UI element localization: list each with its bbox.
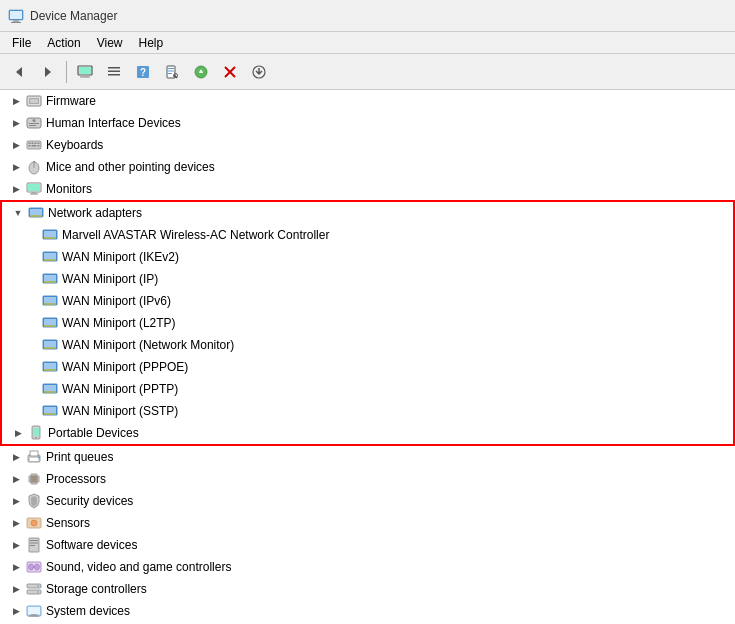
- svg-rect-102: [30, 545, 35, 546]
- tree-item-sound[interactable]: ▶ Sound, video and game controllers: [0, 556, 735, 578]
- hid-label: Human Interface Devices: [46, 116, 181, 130]
- tree-item-firmware[interactable]: ▶ Firmware: [0, 90, 735, 112]
- software-label: Software devices: [46, 538, 137, 552]
- wan-ip-label: WAN Miniport (IP): [62, 272, 158, 286]
- tree-item-wan-ip[interactable]: WAN Miniport (IP): [2, 268, 733, 290]
- print-label: Print queues: [46, 450, 113, 464]
- delete-button[interactable]: [217, 59, 243, 85]
- expand-software[interactable]: ▶: [8, 537, 24, 553]
- software-icon: [26, 537, 42, 553]
- computer-button[interactable]: [72, 59, 98, 85]
- list-button[interactable]: [101, 59, 127, 85]
- expand-storage[interactable]: ▶: [8, 581, 24, 597]
- tree-item-wan-ipv6[interactable]: WAN Miniport (IPv6): [2, 290, 733, 312]
- update-button[interactable]: [246, 59, 272, 85]
- tree-item-wan-ikev2[interactable]: WAN Miniport (IKEv2): [2, 246, 733, 268]
- back-button[interactable]: [6, 59, 32, 85]
- title-bar: Device Manager: [0, 0, 735, 32]
- expand-monitors[interactable]: ▶: [8, 181, 24, 197]
- svg-rect-34: [35, 143, 37, 145]
- expand-system[interactable]: ▶: [8, 603, 24, 619]
- sound-icon: [26, 559, 42, 575]
- scan-button[interactable]: [188, 59, 214, 85]
- expand-network[interactable]: ▼: [10, 205, 26, 221]
- wan-sstp-label: WAN Miniport (SSTP): [62, 404, 178, 418]
- svg-rect-7: [79, 67, 91, 74]
- svg-rect-36: [29, 145, 31, 147]
- tree-item-mice[interactable]: ▶ Mice and other pointing devices: [0, 156, 735, 178]
- tree-item-keyboards[interactable]: ▶ Keyboards: [0, 134, 735, 156]
- expand-security[interactable]: ▶: [8, 493, 24, 509]
- expand-mice[interactable]: ▶: [8, 159, 24, 175]
- svg-rect-71: [44, 385, 56, 391]
- menu-view[interactable]: View: [89, 34, 131, 52]
- svg-point-78: [35, 437, 37, 439]
- tree-item-sensors[interactable]: ▶ Sensors: [0, 512, 735, 534]
- tree-item-storage[interactable]: ▶ Storage controllers: [0, 578, 735, 600]
- keyboards-icon: [26, 137, 42, 153]
- tree-item-network[interactable]: ▼ Network adapters: [2, 202, 733, 224]
- network-label: Network adapters: [48, 206, 142, 220]
- system-icon: [26, 603, 42, 619]
- marvell-icon: [42, 227, 58, 243]
- tree-item-wan-l2tp[interactable]: WAN Miniport (L2TP): [2, 312, 733, 334]
- tree-item-monitors[interactable]: ▶ Monitors: [0, 178, 735, 200]
- expand-print[interactable]: ▶: [8, 449, 24, 465]
- wan-ipv6-icon: [42, 293, 58, 309]
- portable-icon: [28, 425, 44, 441]
- wan-ikev2-label: WAN Miniport (IKEv2): [62, 250, 179, 264]
- svg-rect-101: [30, 543, 38, 544]
- svg-rect-17: [168, 70, 174, 71]
- wan-l2tp-icon: [42, 315, 58, 331]
- tree-item-system[interactable]: ▶ System devices: [0, 600, 735, 622]
- svg-rect-44: [32, 192, 37, 194]
- svg-rect-10: [108, 67, 120, 69]
- sound-label: Sound, video and game controllers: [46, 560, 231, 574]
- svg-rect-80: [30, 451, 38, 456]
- tree-item-software[interactable]: ▶ Software devices: [0, 534, 735, 556]
- tree-item-marvell[interactable]: Marvell AVASTAR Wireless-AC Network Cont…: [2, 224, 733, 246]
- svg-rect-84: [31, 476, 37, 482]
- svg-marker-4: [16, 67, 22, 77]
- mice-label: Mice and other pointing devices: [46, 160, 215, 174]
- svg-rect-72: [44, 392, 56, 393]
- wan-pptp-icon: [42, 381, 58, 397]
- properties-button[interactable]: [159, 59, 185, 85]
- svg-rect-9: [80, 76, 90, 77]
- svg-rect-48: [30, 216, 42, 217]
- tree-item-portable[interactable]: ▶ Portable Devices: [2, 422, 733, 444]
- tree-item-wan-pppoe[interactable]: WAN Miniport (PPPOE): [2, 356, 733, 378]
- expand-hid[interactable]: ▶: [8, 115, 24, 131]
- tree-item-processors[interactable]: ▶ Processors: [0, 468, 735, 490]
- menu-help[interactable]: Help: [131, 34, 172, 52]
- tree-item-wan-sstp[interactable]: WAN Miniport (SSTP): [2, 400, 733, 422]
- app-icon: [8, 8, 24, 24]
- tree-item-print[interactable]: ▶ Print queues: [0, 446, 735, 468]
- security-label: Security devices: [46, 494, 133, 508]
- svg-rect-113: [31, 614, 37, 616]
- forward-button[interactable]: [35, 59, 61, 85]
- wan-l2tp-label: WAN Miniport (L2TP): [62, 316, 176, 330]
- svg-point-28: [33, 119, 36, 122]
- expand-keyboards[interactable]: ▶: [8, 137, 24, 153]
- expand-processors[interactable]: ▶: [8, 471, 24, 487]
- wan-pppoe-icon: [42, 359, 58, 375]
- svg-rect-54: [44, 260, 56, 261]
- svg-rect-32: [29, 143, 31, 145]
- expand-portable[interactable]: ▶: [10, 425, 26, 441]
- svg-rect-47: [30, 209, 42, 215]
- svg-rect-35: [38, 143, 40, 145]
- expand-sound[interactable]: ▶: [8, 559, 24, 575]
- tree-item-security[interactable]: ▶ Security devices: [0, 490, 735, 512]
- menu-file[interactable]: File: [4, 34, 39, 52]
- expand-sensors[interactable]: ▶: [8, 515, 24, 531]
- help-button[interactable]: ?: [130, 59, 156, 85]
- expand-firmware[interactable]: ▶: [8, 93, 24, 109]
- tree-item-hid[interactable]: ▶ Human Interface Devices: [0, 112, 735, 134]
- svg-rect-50: [44, 231, 56, 237]
- processors-icon: [26, 471, 42, 487]
- tree-item-wan-pptp[interactable]: WAN Miniport (PPTP): [2, 378, 733, 400]
- menu-action[interactable]: Action: [39, 34, 88, 52]
- tree-item-wan-netmon[interactable]: WAN Miniport (Network Monitor): [2, 334, 733, 356]
- svg-rect-59: [44, 297, 56, 303]
